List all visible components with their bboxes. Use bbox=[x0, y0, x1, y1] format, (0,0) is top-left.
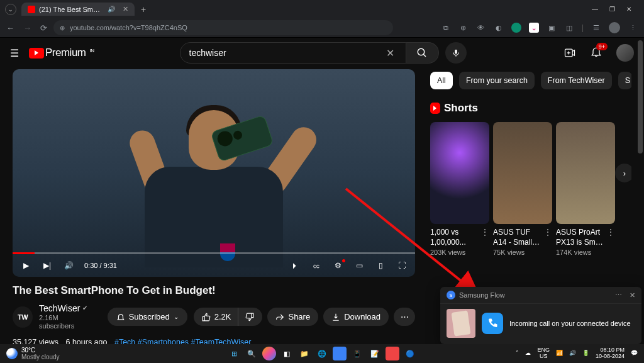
ext-pip-icon[interactable]: ▣ bbox=[547, 23, 557, 33]
eye-off-icon[interactable]: 👁 bbox=[476, 23, 486, 33]
forward-icon[interactable]: → bbox=[23, 23, 31, 33]
shorts-next-icon[interactable]: › bbox=[615, 164, 631, 182]
copilot-icon[interactable] bbox=[262, 347, 276, 360]
subscriber-count: 2.16M subscribers bbox=[39, 314, 92, 330]
hamburger-icon[interactable]: ☰ bbox=[10, 47, 19, 59]
svg-line-1 bbox=[423, 54, 426, 57]
chip-from-search[interactable]: From your search bbox=[459, 72, 535, 89]
like-button[interactable]: 2.2K bbox=[194, 308, 239, 326]
windows-notification[interactable]: s Samsung Flow ⋯ ✕ Incoming call on your… bbox=[440, 287, 641, 344]
favicon-icon bbox=[28, 6, 35, 13]
tab-search-icon[interactable]: ⌄ bbox=[5, 4, 16, 15]
search-input[interactable] bbox=[189, 48, 384, 58]
notif-more-icon[interactable]: ⋯ bbox=[615, 291, 622, 299]
ext-shapes-icon[interactable]: ◫ bbox=[564, 23, 574, 33]
reload-icon[interactable]: ⟳ bbox=[40, 23, 47, 33]
channel-name[interactable]: TechWiser ✔ bbox=[39, 303, 92, 314]
short-card[interactable]: 1,000 vs 1,00,000... ⋮ 203K views bbox=[430, 122, 489, 256]
close-window-icon[interactable]: ✕ bbox=[626, 6, 631, 13]
chip-from-techwiser[interactable]: From TechWiser bbox=[541, 72, 612, 89]
miniplayer-icon[interactable]: ▭ bbox=[353, 261, 365, 270]
browser-toolbar: ← → ⟳ ⊕ youtube.com/watch?v=T98qhZC4nSQ … bbox=[0, 19, 644, 38]
sharex-icon[interactable] bbox=[386, 347, 399, 360]
notifications-button[interactable]: 9+ bbox=[590, 45, 602, 60]
short-menu-icon[interactable]: ⋮ bbox=[480, 228, 489, 237]
tab-close-icon[interactable]: ✕ bbox=[123, 5, 128, 13]
voice-search-button[interactable] bbox=[445, 42, 467, 64]
short-menu-icon[interactable]: ⋮ bbox=[606, 228, 615, 237]
chevron-down-icon: ⌄ bbox=[174, 313, 179, 320]
windows-taskbar[interactable]: 30°C Mostly cloudy ⊞ 🔍 ◧ 📁 🌐 📱 📝 🔵 ˄ ☁ E… bbox=[0, 344, 644, 363]
download-button[interactable]: Download bbox=[323, 308, 389, 326]
ext-green-icon[interactable] bbox=[511, 23, 521, 33]
thumbs-up-icon bbox=[202, 313, 211, 321]
ext-icon-1[interactable]: ◐ bbox=[494, 23, 504, 33]
channel-avatar[interactable]: TW bbox=[13, 306, 33, 328]
edge-icon[interactable]: 🔵 bbox=[403, 347, 417, 360]
address-bar[interactable]: ⊕ youtube.com/watch?v=T98qhZC4nSQ bbox=[53, 20, 393, 35]
play-icon[interactable]: ▶ bbox=[20, 261, 31, 270]
maximize-icon[interactable]: ❐ bbox=[609, 6, 615, 13]
back-icon[interactable]: ← bbox=[6, 23, 14, 33]
notif-close-icon[interactable]: ✕ bbox=[630, 291, 635, 299]
tray-chevron-icon[interactable]: ˄ bbox=[516, 350, 519, 357]
search-button[interactable] bbox=[406, 42, 439, 64]
short-menu-icon[interactable]: ⋮ bbox=[543, 228, 552, 237]
onedrive-icon[interactable]: ☁ bbox=[525, 350, 531, 357]
autoplay-toggle[interactable]: ⏵ bbox=[289, 261, 301, 270]
volume-icon[interactable]: 🔊 bbox=[63, 261, 74, 270]
theater-icon[interactable]: ▯ bbox=[375, 261, 386, 270]
search-taskbar-icon[interactable]: 🔍 bbox=[245, 347, 258, 360]
page-scrollbar[interactable] bbox=[636, 38, 644, 344]
browser-menu-icon[interactable]: ⋮ bbox=[628, 23, 638, 33]
task-view-icon[interactable]: ◧ bbox=[280, 347, 294, 360]
site-info-icon[interactable]: ⊕ bbox=[60, 25, 65, 31]
bell-small-icon bbox=[116, 313, 125, 321]
notion-icon[interactable]: 📝 bbox=[368, 347, 382, 360]
battery-icon[interactable]: 🔋 bbox=[582, 350, 589, 357]
chip-all[interactable]: All bbox=[430, 72, 453, 89]
create-icon[interactable] bbox=[564, 47, 576, 59]
subscribe-button[interactable]: Subscribed ⌄ bbox=[108, 308, 187, 326]
tab-audio-icon[interactable]: 🔊 bbox=[108, 6, 115, 13]
youtube-logo[interactable]: Premium IN bbox=[29, 47, 94, 59]
video-player[interactable]: ▶ ▶| 🔊 0:30 / 9:31 ⏵ ㏄ ⚙ ▭ ▯ ⛶ bbox=[13, 69, 415, 277]
notif-device-image bbox=[447, 309, 475, 338]
share-button[interactable]: Share bbox=[267, 308, 318, 326]
ext-reader-icon[interactable]: ☰ bbox=[591, 23, 601, 33]
minimize-icon[interactable]: — bbox=[592, 6, 598, 13]
notification-center-icon[interactable]: 💬 bbox=[631, 350, 638, 357]
browser-tab[interactable]: (21) The Best SmartPhone T 🔊 ✕ bbox=[21, 3, 135, 16]
short-card[interactable]: ASUS ProArt PX13 is Small ... ⋮ 174K vie… bbox=[556, 122, 615, 256]
shorts-header[interactable]: Shorts bbox=[430, 102, 631, 114]
chip-more[interactable]: S bbox=[618, 72, 631, 89]
captions-icon[interactable]: ㏄ bbox=[311, 260, 322, 271]
dislike-button[interactable] bbox=[238, 308, 262, 326]
more-actions-button[interactable]: ⋯ bbox=[394, 308, 415, 326]
ext-pocket-icon[interactable]: ⌄ bbox=[529, 23, 539, 33]
start-icon[interactable]: ⊞ bbox=[227, 347, 241, 360]
taskbar-weather[interactable]: 30°C Mostly cloudy bbox=[6, 347, 60, 360]
settings-icon[interactable]: ⚙ bbox=[332, 261, 343, 270]
account-avatar[interactable] bbox=[616, 44, 634, 62]
samsung-icon[interactable] bbox=[333, 347, 347, 360]
scrollbar-thumb[interactable] bbox=[638, 40, 643, 154]
short-card[interactable]: ASUS TUF A14 - Small & Mighty... ⋮ 75K v… bbox=[493, 122, 552, 256]
svg-rect-2 bbox=[455, 50, 457, 54]
verified-icon: ✔ bbox=[82, 304, 87, 312]
zoom-icon[interactable]: ⊕ bbox=[458, 23, 469, 33]
volume-tray-icon[interactable]: 🔊 bbox=[569, 350, 576, 357]
browser-profile-icon[interactable] bbox=[609, 22, 620, 33]
share-icon bbox=[275, 313, 284, 321]
phone-link-icon[interactable]: 📱 bbox=[350, 347, 364, 360]
open-external-icon[interactable]: ⧉ bbox=[441, 23, 451, 33]
fullscreen-icon[interactable]: ⛶ bbox=[396, 261, 408, 270]
search-box[interactable]: ✕ bbox=[180, 42, 406, 64]
wifi-icon[interactable]: 📶 bbox=[556, 350, 563, 357]
chrome-icon[interactable]: 🌐 bbox=[315, 347, 329, 360]
explorer-icon[interactable]: 📁 bbox=[297, 347, 311, 360]
system-tray[interactable]: ˄ ☁ ENG US 📶 🔊 🔋 08:10 PM 10-08-2024 💬 bbox=[516, 347, 638, 360]
next-icon[interactable]: ▶| bbox=[42, 261, 53, 270]
search-clear-icon[interactable]: ✕ bbox=[384, 47, 397, 59]
new-tab-button[interactable]: + bbox=[137, 4, 150, 14]
